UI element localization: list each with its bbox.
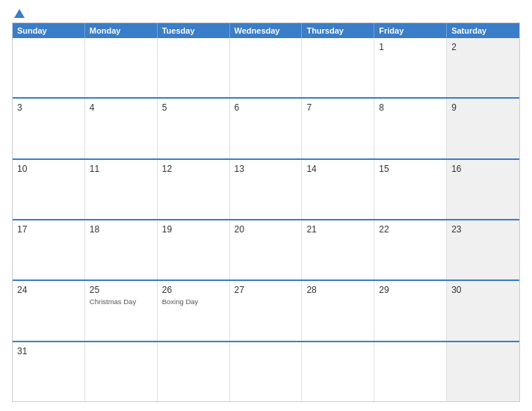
calendar-cell: 3: [13, 99, 85, 158]
calendar-week-6: 31: [13, 341, 519, 401]
calendar-cell: [85, 38, 158, 97]
day-number: 31: [17, 346, 80, 356]
day-number: 29: [379, 285, 442, 295]
calendar-cell: 15: [374, 160, 447, 219]
day-number: 21: [306, 224, 369, 235]
calendar-cell: 26Boxing Day: [158, 281, 230, 340]
header-cell-saturday: Saturday: [447, 23, 519, 38]
calendar-week-1: 12: [13, 38, 519, 97]
logo-triangle-icon: [14, 9, 25, 18]
holiday-label: Boxing Day: [162, 297, 225, 306]
calendar-cell: [374, 342, 447, 401]
calendar-week-3: 10111213141516: [13, 158, 519, 219]
calendar-cell: 16: [447, 160, 519, 219]
day-number: 26: [162, 285, 225, 295]
day-number: 13: [235, 164, 297, 174]
calendar-cell: 14: [302, 160, 374, 219]
calendar-cell: 20: [230, 220, 303, 279]
calendar-cell: 24: [13, 281, 85, 340]
header-cell-thursday: Thursday: [302, 23, 374, 38]
calendar-cell: 25Christmas Day: [85, 281, 158, 340]
calendar-cell: 18: [85, 220, 158, 279]
calendar-page: SundayMondayTuesdayWednesdayThursdayFrid…: [0, 0, 532, 411]
calendar-cell: 28: [302, 281, 374, 340]
calendar-cell: 9: [447, 99, 519, 158]
calendar-cell: [158, 38, 230, 97]
day-number: 23: [451, 224, 515, 235]
day-number: 28: [306, 285, 369, 295]
day-number: 12: [162, 164, 225, 174]
day-number: 10: [17, 164, 80, 174]
calendar-cell: 6: [230, 99, 303, 158]
day-number: 7: [306, 102, 369, 113]
header-cell-tuesday: Tuesday: [158, 23, 230, 38]
day-number: 15: [379, 164, 442, 174]
header: [12, 9, 520, 18]
holiday-label: Christmas Day: [90, 297, 152, 306]
calendar-cell: [13, 38, 85, 97]
day-number: 27: [235, 285, 297, 295]
calendar-cell: [230, 342, 303, 401]
day-number: 5: [162, 102, 225, 113]
calendar-cell: 8: [374, 99, 447, 158]
logo: [12, 9, 25, 18]
calendar-cell: 5: [158, 99, 230, 158]
calendar-week-4: 17181920212223: [13, 219, 519, 279]
calendar-grid: SundayMondayTuesdayWednesdayThursdayFrid…: [12, 22, 520, 402]
calendar-week-5: 2425Christmas Day26Boxing Day27282930: [13, 279, 519, 340]
header-cell-monday: Monday: [85, 23, 158, 38]
day-number: 2: [451, 42, 515, 52]
calendar-cell: 10: [13, 160, 85, 219]
calendar-cell: 31: [13, 342, 85, 401]
day-number: 25: [90, 285, 152, 295]
day-number: 11: [90, 164, 152, 174]
calendar-cell: [230, 38, 303, 97]
calendar-cell: 29: [374, 281, 447, 340]
calendar-cell: 11: [85, 160, 158, 219]
header-cell-sunday: Sunday: [13, 23, 85, 38]
calendar-cell: 7: [302, 99, 374, 158]
calendar-cell: 4: [85, 99, 158, 158]
day-number: 30: [451, 285, 515, 295]
calendar-cell: [158, 342, 230, 401]
calendar-cell: 13: [230, 160, 303, 219]
calendar-cell: [85, 342, 158, 401]
day-number: 4: [90, 102, 152, 113]
day-number: 6: [235, 102, 297, 113]
calendar-cell: 30: [447, 281, 519, 340]
day-number: 18: [90, 224, 152, 235]
day-number: 16: [451, 164, 515, 174]
calendar-cell: 19: [158, 220, 230, 279]
calendar-cell: 22: [374, 220, 447, 279]
calendar-cell: [302, 38, 374, 97]
calendar-cell: [302, 342, 374, 401]
day-number: 22: [379, 224, 442, 235]
day-number: 24: [17, 285, 80, 295]
day-number: 20: [235, 224, 297, 235]
calendar-cell: [447, 342, 519, 401]
day-number: 3: [17, 102, 80, 113]
calendar-cell: 2: [447, 38, 519, 97]
calendar-cell: 27: [230, 281, 303, 340]
day-number: 19: [162, 224, 225, 235]
day-number: 9: [451, 102, 515, 113]
header-cell-friday: Friday: [374, 23, 447, 38]
day-number: 14: [306, 164, 369, 174]
calendar-cell: 23: [447, 220, 519, 279]
header-cell-wednesday: Wednesday: [230, 23, 303, 38]
calendar-body: 1234567891011121314151617181920212223242…: [13, 38, 519, 401]
calendar-week-2: 3456789: [13, 97, 519, 158]
calendar-cell: 17: [13, 220, 85, 279]
calendar-cell: 1: [374, 38, 447, 97]
calendar-header-row: SundayMondayTuesdayWednesdayThursdayFrid…: [13, 23, 519, 38]
day-number: 8: [379, 102, 442, 113]
calendar-cell: 21: [302, 220, 374, 279]
day-number: 1: [379, 42, 442, 52]
calendar-cell: 12: [158, 160, 230, 219]
day-number: 17: [17, 224, 80, 235]
